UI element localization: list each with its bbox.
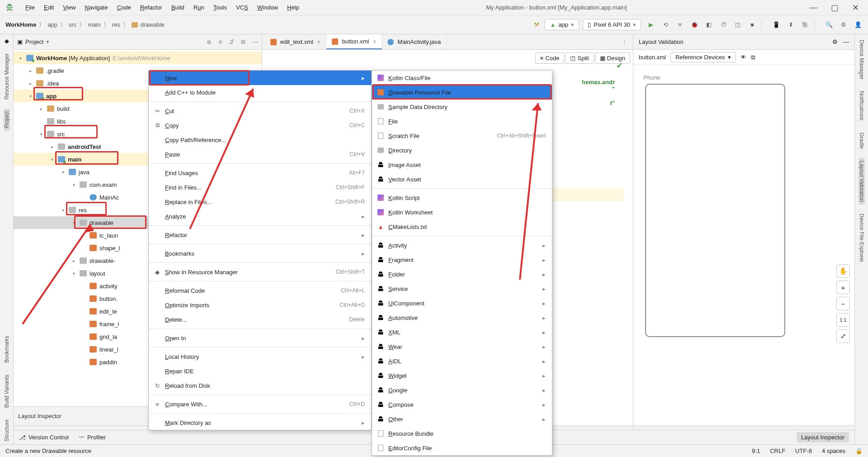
profile-icon[interactable]: ⏱ bbox=[719, 20, 728, 29]
menu-help[interactable]: Help bbox=[283, 2, 304, 13]
tabs-more-icon[interactable]: ⋮ bbox=[616, 38, 633, 45]
menu-item-copy-path-reference-[interactable]: Copy Path/Reference... bbox=[149, 133, 371, 147]
close-icon[interactable]: × bbox=[373, 38, 376, 45]
menu-refactor[interactable]: Refactor bbox=[136, 2, 167, 13]
minimize-icon[interactable]: — bbox=[809, 3, 817, 13]
validation-canvas[interactable]: Phone ✋ + − 1:1 ⤢ bbox=[633, 65, 854, 425]
app-inspection-icon[interactable]: ◫ bbox=[733, 20, 742, 29]
context-menu-main[interactable]: New▸Add C++ to Module✂CutCtrl+X⧉CopyCtrl… bbox=[148, 70, 372, 430]
resource-manager-icon[interactable]: ◆ bbox=[3, 37, 10, 44]
breadcrumb-src[interactable]: src bbox=[69, 21, 76, 28]
breadcrumb-root[interactable]: WorkHome bbox=[5, 21, 36, 28]
menu-item-bookmarks[interactable]: Bookmarks▸ bbox=[149, 246, 371, 261]
menu-item-uicomponent[interactable]: UiComponent▸ bbox=[372, 296, 552, 310]
menu-item-replace-in-files-[interactable]: Replace in Files...Ctrl+Shift+R bbox=[149, 195, 371, 209]
menu-navigate[interactable]: Navigate bbox=[80, 2, 112, 13]
menu-view[interactable]: View bbox=[58, 2, 80, 13]
menu-item-fragment[interactable]: Fragment▸ bbox=[372, 252, 552, 267]
tab-button[interactable]: button.xml× bbox=[326, 34, 382, 49]
hammer-icon[interactable]: ⚒ bbox=[532, 20, 541, 29]
version-control-tab[interactable]: ⎇Version Control bbox=[19, 434, 69, 441]
file-encoding[interactable]: UTF-8 bbox=[795, 447, 812, 454]
zoom-in-icon[interactable]: + bbox=[836, 281, 850, 294]
stop-icon[interactable]: ■ bbox=[748, 20, 757, 29]
breadcrumb-res[interactable]: res bbox=[112, 21, 120, 28]
menu-run[interactable]: Run bbox=[189, 2, 209, 13]
menu-item-google[interactable]: Google▸ bbox=[372, 383, 552, 397]
menu-item-directory[interactable]: Directory bbox=[372, 143, 552, 157]
hide-icon[interactable]: — bbox=[843, 38, 849, 45]
context-menu-new[interactable]: Kotlin Class/FileDrawable Resource FileS… bbox=[372, 70, 552, 456]
run-icon[interactable]: ▶ bbox=[646, 20, 656, 29]
menu-item-open-in[interactable]: Open In▸ bbox=[149, 331, 371, 345]
menu-item-scratch-file[interactable]: Scratch FileCtrl+Alt+Shift+Insert bbox=[372, 129, 552, 143]
menu-item-repair-ide[interactable]: Repair IDE bbox=[149, 364, 371, 378]
menu-item-wear[interactable]: Wear▸ bbox=[372, 339, 552, 354]
menu-item-sample-data-directory[interactable]: Sample Data Directory bbox=[372, 100, 552, 114]
profiler-tab[interactable]: 〰Profiler bbox=[79, 434, 106, 441]
menu-item-cmakelists-txt[interactable]: ▲CMakeLists.txt bbox=[372, 219, 552, 234]
analysis-ok-icon[interactable]: ✔ bbox=[616, 61, 623, 71]
menu-item-mark-directory-as[interactable]: Mark Directory as▸ bbox=[149, 415, 371, 430]
pan-icon[interactable]: ✋ bbox=[836, 264, 850, 278]
menu-item-service[interactable]: Service▸ bbox=[372, 281, 552, 296]
device-file-explorer-tab[interactable]: Device File Explorer bbox=[859, 211, 865, 265]
avd-icon[interactable]: 📱 bbox=[772, 20, 781, 29]
menu-item-automotive[interactable]: Automotive▸ bbox=[372, 310, 552, 325]
notifications-tab[interactable]: Notifications bbox=[859, 88, 865, 123]
expand-all-icon[interactable]: ≑ bbox=[218, 38, 223, 45]
layout-validation-tab[interactable]: Layout Validation bbox=[859, 158, 865, 205]
menu-code[interactable]: Code bbox=[113, 2, 136, 13]
copy-icon[interactable]: ⧉ bbox=[751, 54, 755, 61]
phone-preview[interactable] bbox=[645, 84, 785, 337]
breadcrumb-main[interactable]: main bbox=[88, 21, 100, 28]
breadcrumb-app[interactable]: app bbox=[47, 21, 57, 28]
sync-icon[interactable]: 🐘 bbox=[801, 20, 810, 29]
indent-setting[interactable]: 4 spaces bbox=[822, 447, 845, 454]
menu-item-find-usages[interactable]: Find UsagesAlt+F7 bbox=[149, 166, 371, 180]
eye-icon[interactable]: 👁 bbox=[741, 54, 746, 61]
menu-item-vector-asset[interactable]: Vector Asset bbox=[372, 172, 552, 186]
menu-item-other[interactable]: Other▸ bbox=[372, 412, 552, 426]
menu-tools[interactable]: Tools bbox=[209, 2, 231, 13]
tab-mainactivity[interactable]: MainActivity.java bbox=[382, 34, 447, 49]
menu-item-delete-[interactable]: Delete...Delete bbox=[149, 312, 371, 327]
gradle-tab[interactable]: Gradle bbox=[859, 130, 865, 152]
tree-root[interactable]: ▾WorkHome [My Application]E:\andorid\Wor… bbox=[14, 52, 262, 64]
menu-item-folder[interactable]: Folder▸ bbox=[372, 267, 552, 281]
menu-item-refactor[interactable]: Refactor▸ bbox=[149, 228, 371, 242]
collapse-all-icon[interactable]: ⇵ bbox=[229, 38, 234, 45]
menu-item-reformat-code[interactable]: Reformat CodeCtrl+Alt+L bbox=[149, 283, 371, 298]
project-tab[interactable]: Project bbox=[4, 109, 10, 131]
project-view-selector[interactable]: ▣ Project ▾ bbox=[17, 38, 49, 45]
sdk-icon[interactable]: ⬇ bbox=[786, 20, 795, 29]
menu-item-paste[interactable]: PasteCtrl+V bbox=[149, 147, 371, 162]
menu-item-analyze[interactable]: Analyze▸ bbox=[149, 209, 371, 224]
split-view-button[interactable]: ◫Split bbox=[565, 52, 594, 64]
breadcrumb-drawable[interactable]: drawable bbox=[141, 21, 165, 28]
menu-vcs[interactable]: VCS bbox=[231, 2, 253, 13]
bookmarks-tab[interactable]: Bookmarks bbox=[4, 333, 10, 366]
menu-item-show-in-resource-manager[interactable]: ◆Show In Resource ManagerCtrl+Shift+T bbox=[149, 265, 371, 279]
maximize-icon[interactable]: ▢ bbox=[831, 3, 839, 13]
settings-icon[interactable]: ⚙ bbox=[839, 20, 848, 29]
close-icon[interactable]: ✕ bbox=[852, 3, 859, 13]
build-variants-tab[interactable]: Build Variants bbox=[4, 372, 10, 410]
menu-item-file[interactable]: File bbox=[372, 114, 552, 129]
zoom-out-icon[interactable]: − bbox=[836, 297, 850, 310]
apply-changes-icon[interactable]: ⟲ bbox=[661, 20, 670, 29]
tab-edit-text[interactable]: edit_text.xml× bbox=[265, 34, 326, 49]
menu-item-image-asset[interactable]: Image Asset bbox=[372, 157, 552, 172]
locate-icon[interactable]: ⊕ bbox=[207, 38, 212, 45]
resource-manager-tab[interactable]: Resource Manager bbox=[4, 51, 10, 102]
menu-build[interactable]: Build bbox=[167, 2, 189, 13]
menu-item-widget[interactable]: Widget▸ bbox=[372, 368, 552, 383]
menu-item-optimize-imports[interactable]: Optimize ImportsCtrl+Alt+O bbox=[149, 298, 371, 312]
line-separator[interactable]: CRLF bbox=[770, 447, 785, 454]
code-view-button[interactable]: ≡Code bbox=[535, 52, 565, 64]
structure-tab[interactable]: Structure bbox=[4, 417, 10, 444]
menu-item-kotlin-class-file[interactable]: Kotlin Class/File bbox=[372, 71, 552, 85]
menu-item-find-in-files-[interactable]: Find in Files...Ctrl+Shift+F bbox=[149, 180, 371, 195]
menu-file[interactable]: File bbox=[21, 2, 39, 13]
menu-window[interactable]: Window bbox=[253, 2, 283, 13]
